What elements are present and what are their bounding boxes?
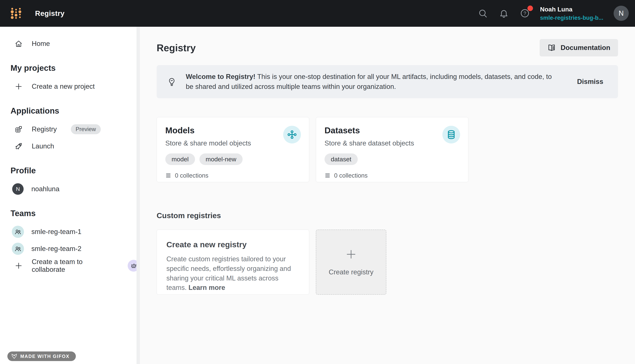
sidebar-item-launch[interactable]: Launch <box>0 138 140 155</box>
sidebar-item-team-2[interactable]: smle-reg-team-2 <box>0 240 140 257</box>
sidebar-item-label: Launch <box>32 142 54 150</box>
user-org-link[interactable]: smle-registries-bug-b... <box>540 14 603 21</box>
crown-icon <box>130 262 137 269</box>
info-card-body: Create custom registries tailored to you… <box>166 254 299 292</box>
sidebar-item-label: Create a new project <box>32 82 95 90</box>
database-icon <box>446 130 456 140</box>
sidebar-header-profile: Profile <box>0 165 140 176</box>
artifact-type-tag: model-new <box>199 154 243 165</box>
sidebar-item-home[interactable]: Home <box>0 35 140 52</box>
sidebar-item-label: smle-reg-team-2 <box>31 245 81 252</box>
collections-count: 0 collections <box>325 172 460 179</box>
topbar-actions: ? Noah Luna smle-registries-bug-b... N <box>467 6 629 22</box>
plus-icon <box>15 262 23 270</box>
svg-text:?: ? <box>523 10 526 16</box>
avatar[interactable]: N <box>613 6 629 21</box>
list-icon <box>165 172 172 179</box>
page-title: Registry <box>157 42 196 54</box>
sidebar-item-create-team[interactable]: Create a team to collaborate <box>0 257 140 274</box>
collections-count: 0 collections <box>165 172 301 179</box>
core-registries-row: Models Store & share model objects model… <box>157 117 618 182</box>
sidebar-item-registry[interactable]: Registry Preview <box>0 121 140 138</box>
create-registry-info-card: Create a new registry Create custom regi… <box>157 230 309 295</box>
dismiss-button[interactable]: Dismiss <box>570 74 611 89</box>
banner-bold: Welcome to Registry! <box>186 73 256 80</box>
sidebar-scrollbar[interactable] <box>137 27 140 364</box>
plus-icon <box>15 82 23 91</box>
user-name: Noah Luna <box>540 6 603 13</box>
sidebar-item-team-1[interactable]: smle-reg-team-1 <box>0 223 140 240</box>
collections-label: 0 collections <box>175 172 209 179</box>
book-icon <box>547 44 556 52</box>
preview-badge: Preview <box>71 124 101 134</box>
datasets-registry-card[interactable]: Datasets Store & share dataset objects d… <box>316 117 468 182</box>
lightbulb-icon <box>167 77 177 86</box>
sidebar-item-profile[interactable]: N noahluna <box>0 180 140 198</box>
sidebar-item-label: smle-reg-team-1 <box>31 228 81 236</box>
create-registry-button[interactable]: Create registry <box>316 230 386 295</box>
documentation-label: Documentation <box>561 44 610 52</box>
create-registry-label: Create registry <box>329 268 374 276</box>
notifications-button[interactable] <box>499 8 509 18</box>
artifact-type-tag: dataset <box>325 154 358 165</box>
learn-more-link[interactable]: Learn more <box>189 284 225 291</box>
profile-avatar: N <box>12 183 24 195</box>
sidebar-header-my-projects: My projects <box>0 62 140 74</box>
help-button[interactable]: ? <box>520 8 530 18</box>
tag-row: model model-new <box>165 154 301 165</box>
wandb-logo[interactable] <box>9 7 23 20</box>
info-card-title: Create a new registry <box>166 240 299 249</box>
sidebar-header-applications: Applications <box>0 105 140 116</box>
tag-row: dataset <box>325 154 460 165</box>
plus-icon <box>345 248 357 260</box>
dataset-icon-bubble <box>442 126 460 144</box>
registry-grid-icon <box>15 125 23 134</box>
custom-registries-row: Create a new registry Create custom regi… <box>157 230 618 295</box>
sidebar-item-create-project[interactable]: Create a new project <box>0 78 140 95</box>
topbar-app-title: Registry <box>35 10 65 18</box>
team-avatar <box>12 243 24 255</box>
collections-label: 0 collections <box>334 172 368 179</box>
card-subtitle: Store & share dataset objects <box>325 140 460 147</box>
topbar: Registry ? Noah Luna smle-registries-bug… <box>0 0 635 27</box>
info-body-text: Create custom registries tailored to you… <box>166 255 291 291</box>
notification-dot <box>527 6 533 11</box>
welcome-banner: Welcome to Registry! This is your one-st… <box>157 65 618 98</box>
made-with-gifox-badge: MADE WITH GIFOX <box>8 352 76 361</box>
gifox-label: MADE WITH GIFOX <box>20 354 70 359</box>
model-icon-bubble <box>283 126 301 144</box>
main-content: Registry Documentation Welcome to Regist… <box>140 27 635 364</box>
sidebar-item-label: noahluna <box>31 185 60 193</box>
user-menu[interactable]: Noah Luna smle-registries-bug-b... <box>540 6 603 22</box>
fox-icon <box>11 353 17 360</box>
card-title: Datasets <box>325 126 460 135</box>
card-subtitle: Store & share model objects <box>165 140 301 147</box>
rocket-icon <box>15 142 23 150</box>
page-header: Registry Documentation <box>157 38 618 57</box>
artifact-type-tag: model <box>165 154 195 165</box>
card-title: Models <box>165 126 301 135</box>
team-avatar <box>12 226 24 238</box>
bell-icon <box>499 8 509 18</box>
model-graph-icon <box>287 130 297 140</box>
sidebar-header-teams: Teams <box>0 208 140 219</box>
sidebar-item-label: Home <box>32 40 50 48</box>
search-icon <box>478 8 488 18</box>
models-registry-card[interactable]: Models Store & share model objects model… <box>157 117 309 182</box>
home-icon <box>15 40 23 48</box>
custom-registries-header: Custom registries <box>157 211 618 220</box>
banner-text: Welcome to Registry! This is your one-st… <box>186 72 560 92</box>
sidebar-item-label: Registry <box>32 126 57 133</box>
sidebar: Home My projects Create a new project Ap… <box>0 27 140 364</box>
team-icon <box>14 228 22 236</box>
list-icon <box>325 172 331 179</box>
documentation-button[interactable]: Documentation <box>540 39 618 56</box>
team-icon <box>14 245 22 252</box>
search-button[interactable] <box>478 8 488 18</box>
sidebar-item-label: Create a team to collaborate <box>32 258 115 274</box>
wandb-logo-icon <box>9 7 23 20</box>
